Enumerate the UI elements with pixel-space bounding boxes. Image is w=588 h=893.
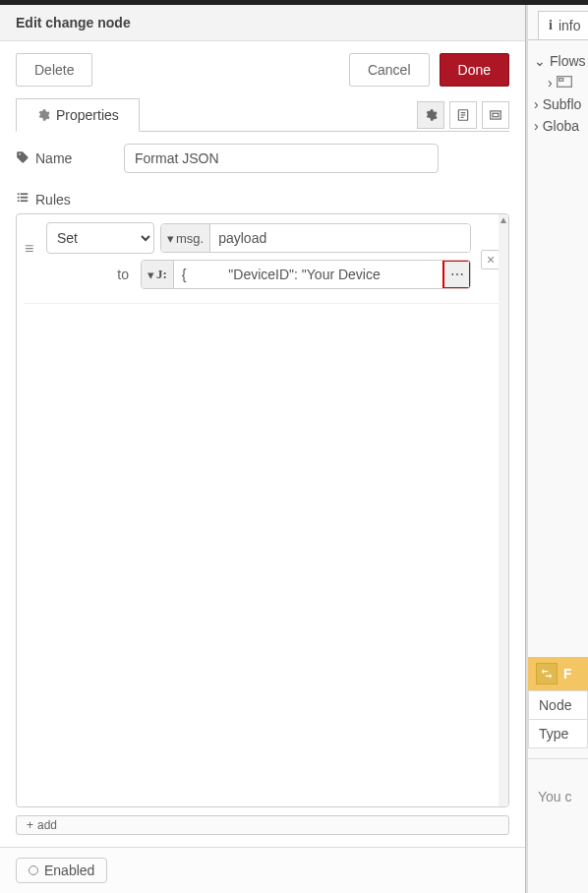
tab-info[interactable]: i info <box>538 11 588 39</box>
done-button[interactable]: Done <box>440 53 509 87</box>
rule-item: ≡ Set ▾ msg. <box>25 222 500 295</box>
enabled-toggle[interactable]: Enabled <box>16 858 107 883</box>
plus-icon: + <box>27 818 33 832</box>
caret-down-icon: ▾ <box>147 268 154 282</box>
chevron-down-icon: ⌄ <box>534 53 546 69</box>
value-json-input[interactable] <box>174 261 443 288</box>
svg-rect-6 <box>18 193 20 195</box>
tree-item-subflows[interactable]: › Subflo <box>534 93 582 115</box>
close-icon: × <box>487 252 495 268</box>
outline-tree: ⌄ Flows › › Subflo › Globa <box>528 39 588 147</box>
chevron-right-icon: › <box>534 118 539 134</box>
rules-list: ≡ Set ▾ msg. <box>16 213 509 807</box>
json-type-icon: J: <box>156 267 167 282</box>
svg-rect-4 <box>491 110 501 118</box>
svg-rect-8 <box>18 200 20 202</box>
svg-rect-13 <box>559 79 562 82</box>
node-settings-icon-button[interactable] <box>417 101 444 129</box>
expand-editor-button[interactable]: ⋯ <box>443 261 470 288</box>
rules-label: Rules <box>35 192 71 208</box>
info-hint: You c <box>528 758 588 834</box>
ellipsis-icon: ⋯ <box>450 267 464 282</box>
svg-rect-9 <box>21 193 29 195</box>
info-row-node: Node <box>528 690 588 720</box>
selected-node-name: F <box>563 666 572 682</box>
svg-rect-10 <box>21 197 29 199</box>
tab-info-label: info <box>559 18 581 33</box>
chevron-right-icon: › <box>534 96 539 112</box>
circle-icon <box>29 865 38 875</box>
info-icon: i <box>549 18 553 33</box>
msg-prefix-label: msg. <box>176 231 204 246</box>
tree-item-flow[interactable]: › <box>534 72 582 93</box>
svg-rect-5 <box>493 113 499 117</box>
value-type-button[interactable]: ▾ J: <box>142 261 174 288</box>
edit-panel: Edit change node Delete Cancel Done Prop… <box>0 5 526 893</box>
cancel-button[interactable]: Cancel <box>349 53 430 87</box>
rule-property-input[interactable]: ▾ msg. <box>160 223 471 253</box>
add-rule-label: add <box>37 818 57 832</box>
scroll-up-icon: ▲ <box>499 214 508 225</box>
rule-action-select[interactable]: Set <box>46 222 154 254</box>
name-label: Name <box>35 150 72 166</box>
node-appearance-icon-button[interactable] <box>482 101 509 129</box>
caret-down-icon: ▾ <box>167 231 174 246</box>
tree-item-flows[interactable]: ⌄ Flows <box>534 50 582 72</box>
node-description-icon-button[interactable] <box>449 101 477 129</box>
tab-properties-label: Properties <box>56 107 119 123</box>
tree-item-global[interactable]: › Globa <box>534 115 582 137</box>
selected-node-header: F <box>528 657 588 690</box>
drag-handle-icon[interactable]: ≡ <box>25 222 40 258</box>
flow-tab-icon <box>557 75 572 90</box>
tab-properties[interactable]: Properties <box>16 98 140 132</box>
property-type-button[interactable]: ▾ msg. <box>161 224 210 252</box>
info-row-type: Type <box>528 720 588 748</box>
rule-value-input[interactable]: ▾ J: ⋯ <box>141 260 471 289</box>
gear-icon <box>36 108 50 122</box>
delete-button[interactable]: Delete <box>16 53 92 87</box>
dialog-title: Edit change node <box>0 5 525 41</box>
to-label: to <box>46 267 135 282</box>
name-input[interactable] <box>124 144 439 173</box>
chevron-right-icon: › <box>548 75 553 90</box>
enabled-label: Enabled <box>44 863 94 878</box>
list-icon <box>16 191 29 208</box>
property-name-input[interactable] <box>210 224 470 252</box>
add-rule-button[interactable]: + add <box>16 815 509 835</box>
tag-icon <box>16 150 29 167</box>
info-sidebar: i info ⌄ Flows › › Subflo › Globa <box>526 5 588 893</box>
svg-rect-11 <box>21 200 29 202</box>
svg-rect-7 <box>18 197 20 199</box>
change-node-icon <box>536 663 558 685</box>
remove-rule-button[interactable]: × <box>481 250 500 269</box>
